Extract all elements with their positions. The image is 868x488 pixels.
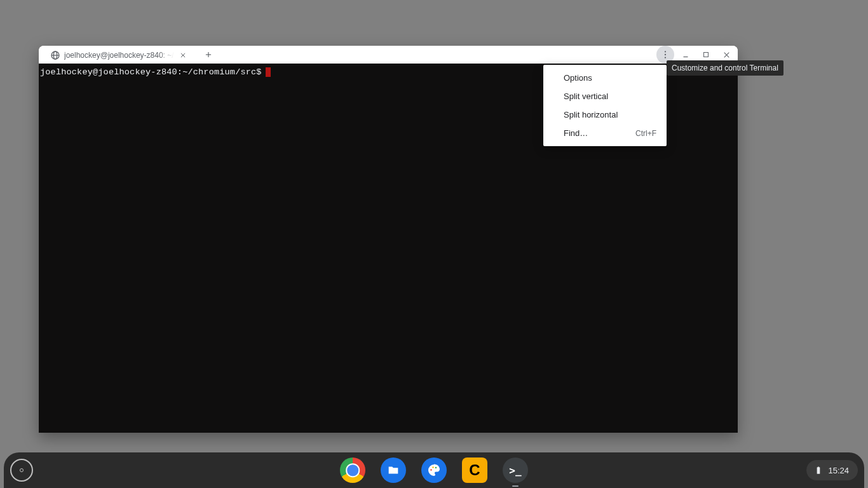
c-app-icon[interactable]: C: [462, 458, 487, 483]
prompt-glyph-icon: >_: [509, 464, 521, 477]
launcher-button[interactable]: [10, 459, 33, 482]
tab[interactable]: joelhockey@joelhockey-z840: ~/: [44, 48, 192, 63]
cursor: [266, 67, 271, 77]
svg-point-15: [430, 469, 431, 470]
status-tray[interactable]: 15:24: [806, 460, 858, 480]
chrome-icon[interactable]: [340, 458, 365, 483]
menu-item-options[interactable]: Options: [543, 69, 667, 87]
globe-icon: [50, 50, 60, 60]
battery-icon: [814, 466, 823, 475]
svg-point-9: [665, 57, 666, 58]
files-icon[interactable]: [381, 458, 406, 483]
clock: 15:24: [828, 466, 849, 475]
tab-title: joelhockey@joelhockey-z840: ~/: [64, 51, 174, 60]
svg-point-14: [20, 469, 24, 472]
svg-point-8: [665, 54, 666, 55]
terminal-window: joelhockey@joelhockey-z840: ~/ joelhocke…: [39, 46, 738, 433]
svg-rect-11: [704, 53, 709, 57]
shell-prompt: joelhockey@joelhockey-z840:~/chromium/sr…: [40, 67, 262, 77]
tooltip: Customize and control Terminal: [667, 60, 783, 76]
new-tab-button[interactable]: [200, 46, 217, 64]
svg-point-17: [435, 467, 437, 468]
menu-item-split-vertical[interactable]: Split vertical: [543, 87, 667, 105]
svg-point-7: [665, 51, 666, 52]
window-titlebar: joelhockey@joelhockey-z840: ~/: [39, 46, 738, 64]
terminal-app-icon[interactable]: >_: [503, 458, 528, 483]
tab-close-button[interactable]: [178, 50, 188, 60]
menu-shortcut: Ctrl+F: [635, 129, 656, 138]
menu-item-split-horizontal[interactable]: Split horizontal: [543, 105, 667, 124]
context-menu: Options Split vertical Split horizontal …: [543, 65, 667, 146]
palette-icon[interactable]: [421, 458, 447, 483]
shelf: C >_ 15:24: [4, 452, 864, 488]
svg-point-16: [432, 466, 433, 468]
shelf-apps: C >_: [340, 458, 528, 483]
menu-item-find[interactable]: Find…Ctrl+F: [543, 124, 667, 142]
